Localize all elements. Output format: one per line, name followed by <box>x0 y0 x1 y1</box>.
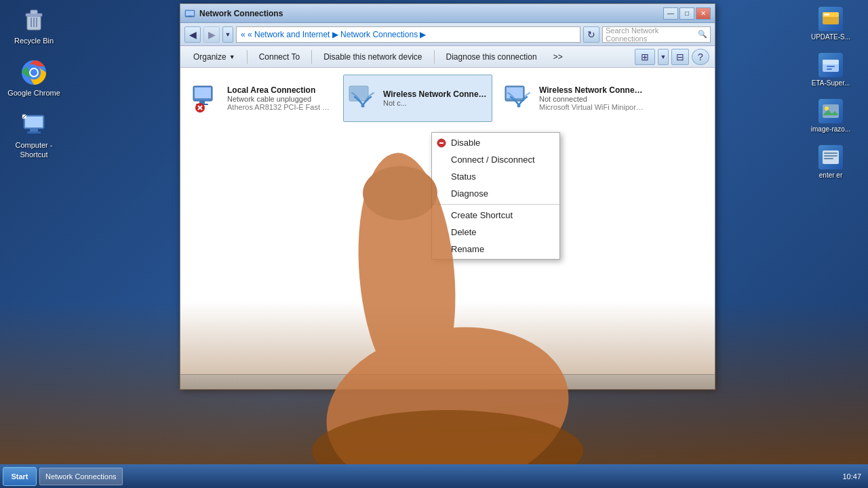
desktop-icon-enter[interactable]: enter er <box>800 145 861 179</box>
svg-rect-28 <box>186 11 194 16</box>
svg-rect-19 <box>827 66 835 67</box>
explorer-window: Network Connections — □ ✕ ◀ ▶ ▼ « « Netw… <box>180 3 715 390</box>
title-bar: Network Connections — □ ✕ <box>180 4 715 23</box>
back-button[interactable]: ◀ <box>184 26 201 43</box>
local-area-info: Local Area Connection Network cable unpl… <box>227 85 332 111</box>
desktop-icon-image-razo[interactable]: image-razo... <box>800 99 861 133</box>
chrome-label: Google Chrome <box>7 89 60 98</box>
recycle-bin-icon <box>20 7 47 34</box>
status-bar <box>180 374 715 389</box>
svg-rect-11 <box>30 129 38 131</box>
context-connect-disconnect-label: Connect / Disconnect <box>451 155 535 165</box>
desktop-icon-computer-shortcut[interactable]: Computer - Shortcut <box>7 111 61 159</box>
view-dropdown-button[interactable]: ▼ <box>658 49 669 65</box>
context-menu: Disable Connect / Disconnect Status Diag… <box>431 132 560 260</box>
desktop-icons-left: Recycle Bin Google Chrome <box>0 0 75 166</box>
breadcrumb-text: « « Network and Internet ▶ Network Conne… <box>241 30 426 39</box>
taskbar-item-label: Network Connections <box>45 472 117 481</box>
organize-dropdown-arrow: ▼ <box>229 54 235 60</box>
local-area-status: Network cable unplugged <box>227 95 332 103</box>
svg-rect-25 <box>824 155 837 157</box>
network-connections-title-icon <box>184 8 195 19</box>
forward-button[interactable]: ▶ <box>203 26 220 43</box>
context-menu-diagnose[interactable]: Diagnose <box>432 185 559 202</box>
recent-locations-button[interactable]: ▼ <box>222 26 233 43</box>
taskbar-right: 10:47 <box>842 472 865 481</box>
organize-button[interactable]: Organize ▼ <box>186 48 243 66</box>
wireless-5-status: Not connected <box>539 95 644 103</box>
computer-shortcut-icon <box>20 111 47 138</box>
context-disable-label: Disable <box>451 138 480 148</box>
disable-network-button[interactable]: Disable this network device <box>316 48 429 66</box>
context-menu-separator <box>432 204 559 205</box>
local-area-detail: Atheros AR8132 PCI-E Fast Eth... <box>227 103 332 111</box>
minimize-button[interactable]: — <box>663 7 678 20</box>
context-create-shortcut-label: Create Shortcut <box>451 210 513 220</box>
eta-super-label: ETA-Super... <box>812 79 850 87</box>
help-button[interactable]: ? <box>692 49 709 65</box>
context-diagnose-label: Diagnose <box>451 188 488 199</box>
search-placeholder: Search Network Connections <box>606 26 698 43</box>
desktop-icon-update-s[interactable]: UPDATE-S... <box>800 7 861 41</box>
preview-pane-button[interactable]: ⊟ <box>671 49 689 65</box>
context-menu-disable[interactable]: Disable <box>432 134 559 151</box>
connection-local-area[interactable]: Local Area Connection Network cable unpl… <box>187 75 336 122</box>
recycle-bin-label: Recycle Bin <box>14 37 54 45</box>
connect-to-button[interactable]: Connect To <box>252 48 308 66</box>
svg-point-39 <box>361 104 365 108</box>
desktop-icon-recycle-bin[interactable]: Recycle Bin <box>7 7 61 45</box>
svg-rect-24 <box>824 152 837 154</box>
wireless-5-icon <box>504 83 534 113</box>
wireless-3-icon <box>348 83 378 113</box>
search-box[interactable]: Search Network Connections 🔍 <box>602 26 711 43</box>
desktop-icons-right: UPDATE-S... ETA-Super... image-razo... <box>797 0 868 186</box>
svg-rect-29 <box>188 16 192 17</box>
connection-wireless-5[interactable]: Wireless Network Connection 5 Not connec… <box>499 75 648 122</box>
desktop-icon-chrome[interactable]: Google Chrome <box>7 59 61 98</box>
title-bar-left: Network Connections <box>184 8 283 19</box>
close-button[interactable]: ✕ <box>696 7 711 20</box>
refresh-button[interactable]: ↻ <box>583 26 599 43</box>
context-menu-create-shortcut[interactable]: Create Shortcut <box>432 207 559 224</box>
update-s-icon <box>818 7 843 31</box>
maximize-button[interactable]: □ <box>679 7 694 20</box>
update-s-label: UPDATE-S... <box>811 33 850 41</box>
window-title: Network Connections <box>199 9 283 18</box>
image-razo-label: image-razo... <box>811 125 850 133</box>
eta-super-icon <box>818 53 843 77</box>
connection-wireless-3[interactable]: Wireless Network Connection 3 Not c... <box>343 75 492 122</box>
diagnose-connection-button[interactable]: Diagnose this connection <box>439 48 545 66</box>
toolbar-separator-1 <box>247 50 248 64</box>
context-delete-label: Delete <box>451 227 477 237</box>
context-menu-connect-disconnect[interactable]: Connect / Disconnect <box>432 151 559 168</box>
search-icon[interactable]: 🔍 <box>698 30 707 39</box>
svg-rect-21 <box>823 104 839 118</box>
image-razo-icon <box>818 99 843 123</box>
svg-rect-26 <box>824 158 833 159</box>
desktop-icon-eta-super[interactable]: ETA-Super... <box>800 53 861 87</box>
taskbar: Start Network Connections 10:47 <box>0 464 868 488</box>
svg-rect-10 <box>25 117 43 127</box>
taskbar-network-connections[interactable]: Network Connections <box>39 468 123 485</box>
toolbar: Organize ▼ Connect To Disable this netwo… <box>180 46 715 68</box>
view-toggle-button[interactable]: ⊞ <box>635 49 655 65</box>
context-status-label: Status <box>451 171 476 182</box>
enter-icon <box>818 145 843 169</box>
address-path[interactable]: « « Network and Internet ▶ Network Conne… <box>236 26 580 43</box>
toolbar-separator-3 <box>434 50 435 64</box>
start-button[interactable]: Start <box>3 467 37 486</box>
wireless-3-status: Not c... <box>383 99 488 107</box>
toolbar-right: ⊞ ▼ ⊟ ? <box>635 49 709 65</box>
more-toolbar-button[interactable]: >> <box>546 48 570 66</box>
wireless-5-info: Wireless Network Connection 5 Not connec… <box>539 85 644 111</box>
context-menu-status[interactable]: Status <box>432 168 559 185</box>
context-menu-rename[interactable]: Rename <box>432 241 559 258</box>
chrome-icon <box>20 59 47 86</box>
content-area: Local Area Connection Network cable unpl… <box>180 68 715 374</box>
svg-rect-31 <box>195 87 211 98</box>
context-rename-label: Rename <box>451 244 484 254</box>
context-menu-delete[interactable]: Delete <box>432 224 559 241</box>
disable-menu-icon <box>436 138 447 148</box>
computer-shortcut-label: Computer - Shortcut <box>7 141 61 159</box>
wireless-5-detail: Microsoft Virtual WiFi Miniport A... <box>539 103 644 111</box>
